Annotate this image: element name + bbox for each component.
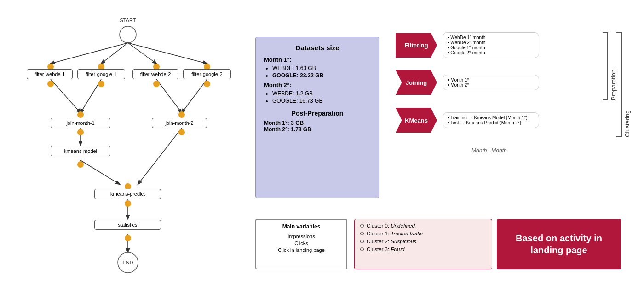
- filtering-chevron: Filtering: [396, 33, 437, 58]
- month2-title: Month 2°:: [264, 82, 371, 88]
- svg-line-2: [51, 43, 128, 64]
- svg-line-4: [128, 43, 156, 64]
- dot-join-month-1-in: [77, 111, 84, 118]
- svg-line-11: [80, 160, 120, 184]
- svg-line-5: [128, 43, 207, 64]
- kmeans-chevron: KMeans: [396, 108, 437, 133]
- node-kmeans-predict: kmeans-predict: [94, 189, 161, 199]
- main-var-2: Clicks: [262, 240, 341, 246]
- cluster-3-bullet: [360, 247, 364, 251]
- month1-list: WEBDE: 1.63 GB GOOGLE: 23.32 GB: [272, 65, 371, 79]
- main-variables-box: Main variables Impressions Clicks Click …: [255, 219, 347, 269]
- main-var-1: Impressions: [262, 234, 341, 239]
- node-filter-google-2: filter-google-2: [183, 69, 231, 79]
- dot-statistics-out: [125, 235, 131, 241]
- svg-line-8: [156, 79, 182, 113]
- main-var-3: Click in landing page: [262, 247, 341, 253]
- svg-point-0: [120, 26, 136, 43]
- kmeans-row: KMeans • Training → Kmeans Model (Month …: [396, 108, 539, 133]
- month1-item-2: GOOGLE: 23.32 GB: [272, 72, 371, 79]
- flow-diagram: START END: [9, 9, 248, 295]
- clustering-brace: [616, 32, 622, 137]
- node-join-month-2: join-month-2: [152, 118, 207, 128]
- based-on-text: Based on activity in landing page: [501, 232, 616, 256]
- dot-below-webde-2: [153, 81, 160, 87]
- dot-join-month-1-out: [77, 129, 84, 135]
- svg-text:START: START: [120, 18, 136, 23]
- cluster-3: Cluster 3: Fraud: [360, 246, 486, 252]
- cluster-2: Cluster 2: Suspicious: [360, 239, 486, 244]
- month2-list: WEBDE: 1.2 GB GOOGLE: 16.73 GB: [272, 90, 371, 104]
- cluster-0: Cluster 0: Undefined: [360, 223, 486, 228]
- pipeline-area: Filtering • WebDe 1° month • WebDe 2° mo…: [391, 28, 621, 221]
- post-month1: Month 1°: 3 GB: [264, 120, 371, 126]
- joining-chevron: Joining: [396, 70, 437, 95]
- dot-kmeans-model-out: [77, 161, 84, 168]
- node-filter-google-1: filter-google-1: [77, 69, 125, 79]
- dot-kmeans-predict-out: [125, 200, 131, 207]
- node-filter-webde-1: filter-webde-1: [27, 69, 73, 79]
- joining-labels: • Month 1° • Month 2°: [443, 75, 539, 90]
- month1-item-1: WEBDE: 1.63 GB: [272, 65, 371, 71]
- dot-join-month-2-in: [178, 111, 185, 118]
- node-statistics: statistics: [94, 220, 161, 230]
- month-month-label: Month Month: [472, 147, 507, 154]
- month1-title: Month 1°:: [264, 56, 371, 63]
- svg-line-12: [138, 128, 182, 184]
- filtering-row: Filtering • WebDe 1° month • WebDe 2° mo…: [396, 32, 539, 58]
- joining-row: Joining • Month 1° • Month 2°: [396, 70, 539, 95]
- post-month2: Month 2°: 1.78 GB: [264, 126, 371, 133]
- node-join-month-1: join-month-1: [51, 118, 110, 128]
- svg-line-6: [51, 79, 80, 113]
- dot-below-google-1: [98, 81, 104, 87]
- datasets-panel: Datasets size Month 1°: WEBDE: 1.63 GB G…: [255, 37, 380, 198]
- svg-line-3: [101, 43, 128, 64]
- datasets-title: Datasets size: [264, 44, 371, 52]
- month2-item-1: WEBDE: 1.2 GB: [272, 90, 371, 97]
- dot-below-webde-1: [47, 81, 54, 87]
- clustering-label: Clustering: [624, 32, 631, 137]
- post-title: Post-Preparation: [264, 110, 371, 117]
- node-kmeans-model: kmeans-model: [51, 146, 110, 156]
- prep-label: Preparation: [610, 32, 617, 100]
- dot-below-google-2: [204, 81, 210, 87]
- dot-join-month-2-out: [178, 129, 185, 135]
- main-vars-title: Main variables: [262, 223, 341, 230]
- cluster-0-bullet: [360, 224, 364, 228]
- filtering-labels: • WebDe 1° month • WebDe 2° month • Goog…: [443, 32, 539, 58]
- flow-arrows: START END: [9, 9, 248, 295]
- svg-line-9: [182, 79, 207, 113]
- based-on-box: Based on activity in landing page: [497, 219, 621, 269]
- cluster-1: Cluster 1: Trusted traffic: [360, 231, 486, 236]
- node-filter-webde-2: filter-webde-2: [132, 69, 178, 79]
- cluster-2-bullet: [360, 240, 364, 243]
- prep-brace: [603, 32, 608, 100]
- svg-text:END: END: [122, 260, 133, 265]
- kmeans-labels: • Training → Kmeans Model (Month 1°) • T…: [443, 112, 539, 128]
- month2-item-2: GOOGLE: 16.73 GB: [272, 98, 371, 104]
- clusters-box: Cluster 0: Undefined Cluster 1: Trusted …: [354, 219, 492, 269]
- cluster-1-bullet: [360, 232, 364, 235]
